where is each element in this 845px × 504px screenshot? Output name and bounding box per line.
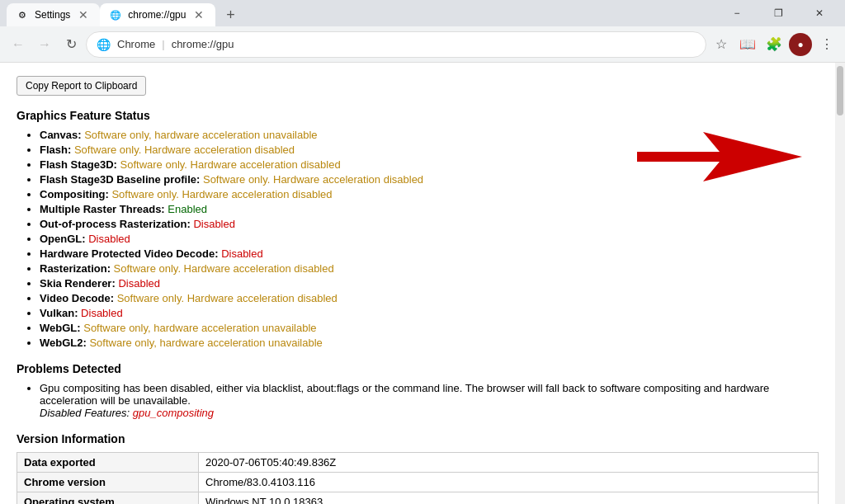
reload-button[interactable]: ↻ — [59, 33, 83, 56]
version-section: Version Information Data exported 2020-0… — [17, 432, 819, 504]
list-item: Flash: Software only. Hardware accelerat… — [40, 144, 819, 156]
close-button[interactable]: ✕ — [800, 0, 838, 26]
list-item: Hardware Protected Video Decode: Disable… — [40, 247, 819, 260]
gpu-tab-label: chrome://gpu — [128, 9, 186, 21]
profile-button[interactable]: ● — [789, 33, 812, 56]
graphics-section: Graphics Feature Status Canvas: Software… — [17, 109, 819, 349]
address-bar[interactable]: 🌐 Chrome | chrome://gpu — [86, 31, 706, 58]
disabled-features-label: Disabled Features: gpu_compositing — [40, 407, 214, 419]
canvas-status: Software only, hardware acceleration una… — [84, 129, 317, 141]
list-item: Out-of-process Rasterization: Disabled — [40, 218, 819, 230]
flash-baseline-status: Software only. Hardware acceleration dis… — [203, 173, 423, 186]
list-item: Vulkan: Disabled — [40, 307, 819, 319]
address-url: chrome://gpu — [172, 38, 234, 50]
tabs-area: ⚙ Settings ✕ 🌐 chrome://gpu ✕ + — [7, 0, 718, 26]
list-item: Flash Stage3D: Software only. Hardware a… — [40, 158, 819, 171]
version-key: Data exported — [17, 453, 199, 473]
title-bar: ⚙ Settings ✕ 🌐 chrome://gpu ✕ + − ❐ ✕ — [0, 0, 845, 26]
compositing-status: Software only. Hardware acceleration dis… — [111, 188, 332, 200]
webgl-status: Software only, hardware acceleration una… — [83, 322, 316, 334]
table-row: Chrome version Chrome/83.0.4103.116 — [17, 473, 819, 492]
toolbar-actions: ☆ 📖 🧩 ● ⋮ — [710, 33, 838, 56]
list-item: Multiple Raster Threads: Enabled — [40, 203, 819, 215]
scrollbar-thumb[interactable] — [837, 66, 843, 115]
rasterization-status: Software only. Hardware acceleration dis… — [114, 262, 334, 275]
extensions-button[interactable]: 🧩 — [762, 33, 786, 56]
list-item: Video Decode: Software only. Hardware ac… — [40, 292, 819, 304]
settings-tab-label: Settings — [35, 9, 70, 21]
list-item: Rasterization: Software only. Hardware a… — [40, 262, 819, 275]
version-key: Operating system — [17, 492, 199, 505]
table-row: Data exported 2020-07-06T05:40:49.836Z — [17, 453, 819, 473]
site-icon: 🌐 — [97, 38, 111, 51]
list-item: Gpu compositing has been disabled, eithe… — [40, 382, 819, 419]
settings-tab-close[interactable]: ✕ — [77, 8, 90, 21]
gpu-tab-close[interactable]: ✕ — [192, 8, 205, 21]
opengl-status: Disabled — [88, 233, 130, 245]
reader-mode-button[interactable]: 📖 — [736, 33, 759, 56]
address-prefix: Chrome — [117, 38, 155, 50]
list-item: Skia Renderer: Disabled — [40, 277, 819, 290]
version-value: Chrome/83.0.4103.116 — [199, 473, 819, 492]
browser-content: Copy Report to Clipboard Graphics Featur… — [0, 63, 845, 504]
settings-tab-icon: ⚙ — [17, 9, 28, 21]
new-tab-button[interactable]: + — [219, 3, 242, 26]
vulkan-status: Disabled — [81, 307, 123, 319]
scrollbar[interactable] — [835, 63, 845, 504]
skia-status: Disabled — [118, 277, 160, 290]
minimize-button[interactable]: − — [718, 0, 756, 26]
flash-stage3d-status: Software only. Hardware acceleration dis… — [120, 158, 341, 171]
disabled-features-value: gpu_compositing — [133, 407, 214, 419]
copy-report-button[interactable]: Copy Report to Clipboard — [17, 76, 146, 96]
webgl2-status: Software only, hardware acceleration una… — [89, 337, 322, 349]
tab-gpu[interactable]: 🌐 chrome://gpu ✕ — [100, 3, 215, 26]
problems-section: Problems Detected Gpu compositing has be… — [17, 362, 819, 419]
window-controls: − ❐ ✕ — [718, 0, 838, 26]
list-item: WebGL2: Software only, hardware accelera… — [40, 337, 819, 349]
page-content: Copy Report to Clipboard Graphics Featur… — [0, 63, 835, 504]
back-button[interactable]: ← — [7, 33, 30, 56]
version-value: 2020-07-06T05:40:49.836Z — [199, 453, 819, 473]
raster-threads-status: Enabled — [168, 203, 207, 215]
tab-settings[interactable]: ⚙ Settings ✕ — [7, 3, 100, 26]
flash-status: Software only. Hardware acceleration dis… — [74, 144, 295, 156]
problems-title: Problems Detected — [17, 362, 819, 375]
problems-list: Gpu compositing has been disabled, eithe… — [17, 382, 819, 419]
forward-button[interactable]: → — [33, 33, 56, 56]
version-table: Data exported 2020-07-06T05:40:49.836Z C… — [17, 452, 819, 504]
oop-raster-status: Disabled — [193, 218, 235, 230]
version-value: Windows NT 10.0.18363 — [199, 492, 819, 505]
graphics-title: Graphics Feature Status — [17, 109, 819, 122]
graphics-feature-list: Canvas: Software only, hardware accelera… — [17, 129, 819, 349]
list-item: WebGL: Software only, hardware accelerat… — [40, 322, 819, 334]
menu-button[interactable]: ⋮ — [815, 33, 838, 56]
table-row: Operating system Windows NT 10.0.18363 — [17, 492, 819, 505]
browser-toolbar: ← → ↻ 🌐 Chrome | chrome://gpu ☆ 📖 🧩 ● ⋮ — [0, 26, 845, 63]
list-item: Flash Stage3D Baseline profile: Software… — [40, 173, 819, 186]
restore-button[interactable]: ❐ — [759, 0, 797, 26]
profile-avatar: ● — [797, 39, 803, 50]
video-decode-status: Software only. Hardware acceleration dis… — [117, 292, 338, 304]
hw-video-status: Disabled — [221, 247, 263, 260]
problem-text: Gpu compositing has been disabled, eithe… — [40, 382, 769, 407]
version-title: Version Information — [17, 432, 819, 445]
list-item: OpenGL: Disabled — [40, 233, 819, 245]
version-key: Chrome version — [17, 473, 199, 492]
list-item: Compositing: Software only. Hardware acc… — [40, 188, 819, 200]
address-divider: | — [162, 38, 164, 50]
list-item: Canvas: Software only, hardware accelera… — [40, 129, 819, 141]
bookmark-button[interactable]: ☆ — [710, 33, 733, 56]
gpu-tab-icon: 🌐 — [110, 9, 121, 21]
